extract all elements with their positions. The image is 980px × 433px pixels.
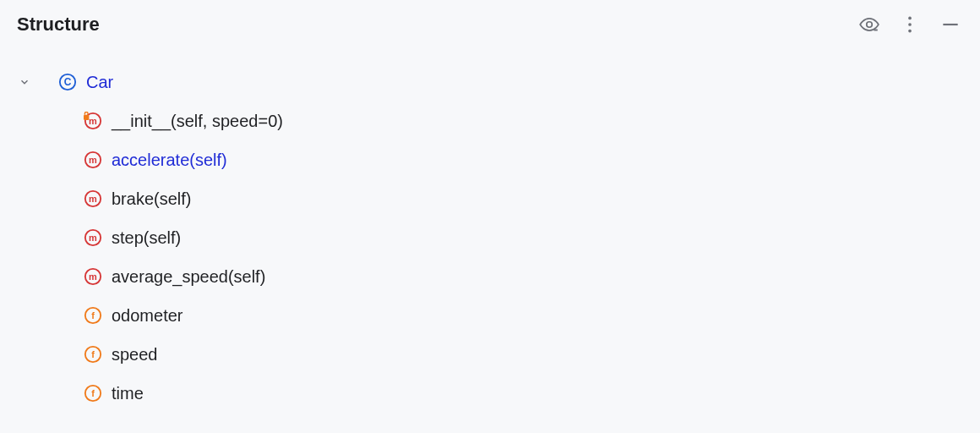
member-node[interactable]: m brake(self): [17, 179, 963, 218]
member-label: time: [112, 384, 144, 403]
member-label: step(self): [112, 228, 181, 248]
svg-point-0: [867, 22, 873, 28]
minimize-icon[interactable]: [939, 14, 961, 36]
panel-header: Structure: [0, 0, 980, 44]
member-node[interactable]: m __init__(self, speed=0): [17, 101, 963, 140]
chevron-down-icon[interactable]: [17, 76, 32, 88]
svg-text:m: m: [89, 271, 97, 282]
member-node[interactable]: m accelerate(self): [17, 140, 963, 179]
panel-title: Structure: [17, 14, 100, 36]
svg-point-2: [908, 23, 912, 26]
class-icon: C: [57, 72, 78, 92]
svg-text:C: C: [64, 76, 72, 88]
member-label: speed: [112, 345, 158, 364]
class-label: Car: [86, 73, 113, 92]
svg-text:f: f: [91, 388, 95, 398]
svg-text:f: f: [91, 349, 95, 359]
method-icon: m: [83, 266, 103, 287]
panel-actions: [858, 14, 961, 36]
class-node-car[interactable]: C Car: [17, 63, 963, 101]
member-label: average_speed(self): [112, 267, 265, 287]
svg-text:m: m: [89, 233, 97, 243]
member-node[interactable]: f time: [17, 374, 963, 413]
svg-point-3: [908, 30, 912, 33]
member-node[interactable]: f odometer: [17, 296, 963, 335]
structure-tree: C Car m __init__(self, speed=0) m: [0, 44, 980, 413]
member-node[interactable]: m average_speed(self): [17, 257, 963, 296]
method-icon: m: [83, 150, 103, 170]
more-options-icon[interactable]: [899, 14, 921, 36]
field-icon: f: [83, 305, 103, 326]
member-label: __init__(self, speed=0): [112, 112, 283, 131]
member-node[interactable]: f speed: [17, 335, 963, 374]
svg-text:m: m: [89, 194, 97, 204]
field-icon: f: [83, 383, 103, 403]
view-options-icon[interactable]: [858, 14, 880, 36]
svg-text:m: m: [89, 155, 97, 165]
svg-rect-9: [84, 115, 89, 120]
structure-panel: Structure: [0, 0, 980, 433]
field-icon: f: [83, 344, 103, 364]
member-label: odometer: [112, 306, 183, 326]
method-icon: m: [83, 189, 103, 209]
svg-text:m: m: [89, 116, 97, 126]
member-node[interactable]: m step(self): [17, 218, 963, 257]
svg-text:f: f: [91, 310, 95, 321]
method-lock-icon: m: [83, 111, 103, 131]
svg-point-1: [908, 17, 912, 20]
member-label: brake(self): [112, 189, 191, 209]
method-icon: m: [83, 227, 103, 248]
member-label: accelerate(self): [112, 151, 227, 170]
